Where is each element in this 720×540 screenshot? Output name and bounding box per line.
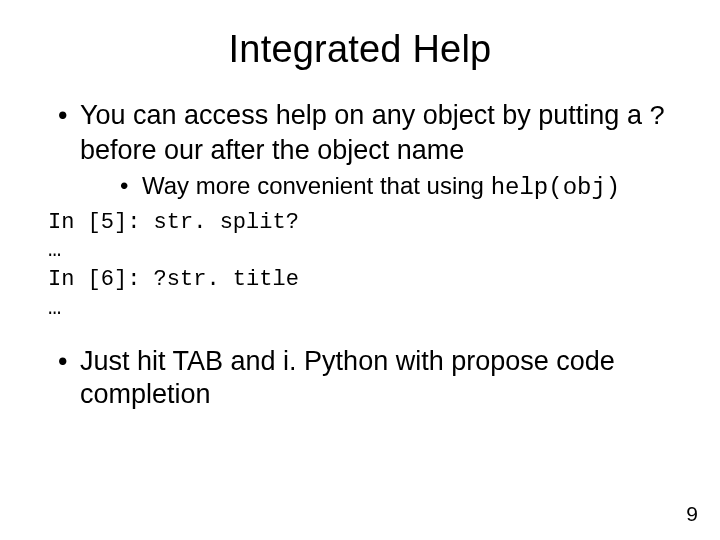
bullet-1: You can access help on any object by put…	[58, 99, 680, 203]
page-number: 9	[686, 502, 698, 526]
bullet-1-sub-text: Way more convenient that using	[142, 172, 491, 199]
slide-title: Integrated Help	[40, 28, 680, 71]
bullet-1-sub: Way more convenient that using help(obj)	[120, 171, 680, 203]
bullet-2: Just hit TAB and i. Python with propose …	[58, 345, 680, 411]
bullet-list-2: Just hit TAB and i. Python with propose …	[40, 345, 680, 411]
bullet-1-sublist: Way more convenient that using help(obj)	[80, 171, 680, 203]
bullet-2-text: Just hit TAB and i. Python with propose …	[80, 346, 615, 409]
code-block: In [5]: str. split? … In [6]: ?str. titl…	[48, 209, 680, 323]
bullet-1-code: ?	[649, 102, 665, 132]
bullet-1-sub-code: help(obj)	[491, 174, 621, 201]
slide-container: Integrated Help You can access help on a…	[0, 0, 720, 540]
bullet-1-text-pre: You can access help on any object by put…	[80, 100, 649, 130]
bullet-list: You can access help on any object by put…	[40, 99, 680, 203]
bullet-1-text-post: before our after the object name	[80, 135, 464, 165]
